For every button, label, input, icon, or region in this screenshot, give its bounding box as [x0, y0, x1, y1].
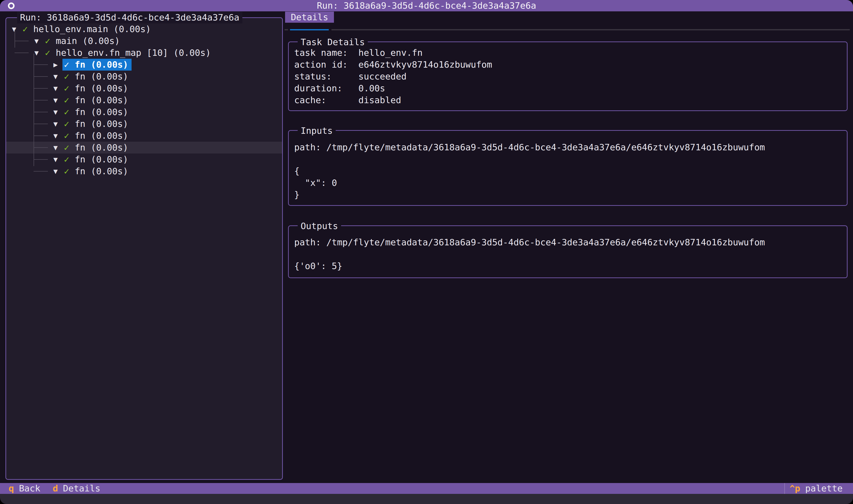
tree-row-label: fn (0.00s) — [75, 95, 128, 105]
tree-row[interactable]: ▼ ✓hello_env.main (0.00s) — [6, 23, 282, 35]
success-check-icon: ✓ — [64, 107, 69, 117]
tree-row-label: hello_env.fn_map [10] (0.00s) — [56, 48, 211, 58]
field-label: cache: — [294, 94, 358, 106]
expand-arrow-icon[interactable]: ▼ — [34, 35, 39, 47]
inputs-line: path: /tmp/flyte/metadata/3618a6a9-3d5d-… — [294, 141, 847, 153]
task-details-fields: task name:hello_env.fn action id:e646ztv… — [289, 42, 847, 106]
run-tree[interactable]: ▼ ✓hello_env.main (0.00s) ▼ ✓main (0.00s… — [6, 23, 282, 177]
outputs-box: Outputs path: /tmp/flyte/metadata/3618a6… — [288, 226, 848, 278]
key-hint: q — [8, 483, 14, 494]
tree-guide-line — [15, 30, 15, 48]
tree-row[interactable]: ▼ ✓fn (0.00s) — [6, 94, 282, 106]
tree-row[interactable]: ▼ ✓main (0.00s) — [6, 35, 282, 47]
tree-row-label: fn (0.00s) — [75, 119, 128, 129]
success-check-icon: ✓ — [22, 24, 28, 34]
titlebar: Run: 3618a6a9-3d5d-4d6c-bce4-3de3a4a37e6… — [0, 0, 853, 11]
tree-guide-stub — [34, 136, 48, 136]
outputs-content: path: /tmp/flyte/metadata/3618a6a9-3d5d-… — [289, 226, 847, 272]
expand-arrow-icon[interactable]: ▼ — [53, 142, 58, 154]
task-detail-row: task name:hello_env.fn — [294, 47, 847, 59]
tree-guide-stub — [34, 88, 48, 89]
tree-row[interactable]: ▼ ✓fn (0.00s) — [6, 106, 282, 118]
tree-guide-line — [34, 54, 34, 166]
success-check-icon: ✓ — [64, 154, 69, 164]
success-check-icon: ✓ — [64, 142, 69, 152]
tree-row[interactable]: ▶ ✓fn (0.00s) — [6, 59, 282, 71]
keybinding-palette[interactable]: ^ppalette — [790, 483, 842, 494]
task-detail-row: status:succeeded — [294, 71, 847, 83]
run-tree-panel-title: Run: 3618a6a9-3d5d-4d6c-bce4-3de3a4a37e6… — [17, 12, 242, 23]
expand-arrow-icon[interactable]: ▼ — [53, 118, 58, 130]
window-title: Run: 3618a6a9-3d5d-4d6c-bce4-3de3a4a37e6… — [317, 0, 536, 11]
expand-arrow-icon[interactable]: ▼ — [53, 94, 58, 106]
tree-guide-stub — [34, 159, 48, 160]
tree-row-label: main (0.00s) — [56, 36, 120, 46]
tree-row-body[interactable]: ✓fn (0.00s) — [62, 94, 131, 106]
success-check-icon: ✓ — [45, 36, 50, 46]
tree-row-label: fn (0.00s) — [75, 154, 128, 164]
tree-guide-stub — [34, 147, 48, 148]
expand-arrow-icon[interactable]: ▼ — [34, 47, 39, 59]
tree-row-label: fn (0.00s) — [75, 130, 128, 141]
tree-row[interactable]: ▼ ✓fn (0.00s) — [6, 71, 282, 83]
key-hint: ^p — [790, 483, 800, 494]
outputs-line: path: /tmp/flyte/metadata/3618a6a9-3d5d-… — [294, 236, 847, 248]
tree-row-label: fn (0.00s) — [75, 142, 128, 152]
tree-row-label: fn (0.00s) — [75, 71, 128, 82]
expand-arrow-icon[interactable]: ▼ — [53, 106, 58, 118]
expand-arrow-icon[interactable]: ▼ — [53, 165, 58, 177]
tree-row[interactable]: ▼ ✓fn (0.00s) — [6, 154, 282, 165]
tree-guide-stub — [15, 41, 29, 41]
tree-row[interactable]: ▼ ✓fn (0.00s) — [6, 165, 282, 177]
tree-row-body[interactable]: ✓fn (0.00s) — [62, 142, 131, 154]
field-label: task name: — [294, 47, 358, 59]
tree-row[interactable]: ▼ ✓fn (0.00s) — [6, 142, 282, 154]
tree-row-body[interactable]: ✓fn (0.00s) — [62, 118, 131, 130]
field-label: duration: — [294, 83, 358, 94]
inputs-line: } — [294, 189, 847, 201]
task-detail-row: action id:e646ztvkyv8714o16zbuwufom — [294, 59, 847, 71]
outputs-line: {'o0': 5} — [294, 260, 847, 272]
tree-row-body[interactable]: ✓fn (0.00s) — [62, 130, 131, 142]
expand-arrow-icon[interactable]: ▼ — [53, 130, 58, 142]
expand-arrow-icon[interactable]: ▶ — [53, 59, 58, 71]
tree-row-body[interactable]: ✓hello_env.fn_map [10] (0.00s) — [43, 47, 214, 59]
inputs-box: Inputs path: /tmp/flyte/metadata/3618a6a… — [288, 130, 848, 206]
field-value: 0.00s — [358, 83, 385, 93]
keybinding[interactable]: dDetails — [53, 483, 100, 494]
inputs-box-title: Inputs — [298, 125, 336, 137]
tree-row-body[interactable]: ✓fn (0.00s) — [62, 165, 131, 177]
tree-row-body[interactable]: ✓main (0.00s) — [43, 35, 123, 47]
tree-row[interactable]: ▼ ✓fn (0.00s) — [6, 118, 282, 130]
tabline-segment — [285, 29, 288, 30]
tree-row-body[interactable]: ✓fn (0.00s) — [62, 83, 131, 94]
tree-row-body[interactable]: ✓fn (0.00s) — [62, 154, 131, 165]
tree-guide-stub — [15, 53, 29, 53]
tree-row[interactable]: ▼ ✓fn (0.00s) — [6, 83, 282, 94]
tree-row-body[interactable]: ✓fn (0.00s) — [62, 71, 131, 83]
expand-arrow-icon[interactable]: ▼ — [11, 23, 17, 35]
tree-row[interactable]: ▼ ✓hello_env.fn_map [10] (0.00s) — [6, 47, 282, 59]
tree-row-body[interactable]: ✓fn (0.00s) — [62, 106, 131, 118]
task-details-box-title: Task Details — [298, 36, 368, 48]
expand-arrow-icon[interactable]: ▼ — [53, 154, 58, 165]
field-value: disabled — [358, 95, 401, 105]
expand-arrow-icon[interactable]: ▼ — [53, 83, 58, 94]
record-circle-icon — [8, 2, 15, 9]
tree-row-body[interactable]: ✓hello_env.main (0.00s) — [21, 23, 155, 35]
success-check-icon: ✓ — [64, 166, 69, 176]
success-check-icon: ✓ — [64, 59, 69, 70]
footer-separator — [784, 483, 785, 494]
tree-row-body[interactable]: ✓fn (0.00s) — [62, 59, 131, 71]
task-detail-row: duration:0.00s — [294, 83, 847, 94]
expand-arrow-icon[interactable]: ▼ — [53, 71, 58, 83]
tree-row-label: fn (0.00s) — [75, 166, 128, 176]
tab-details[interactable]: Details — [285, 12, 334, 23]
success-check-icon: ✓ — [64, 71, 69, 82]
keybinding[interactable]: qBack — [8, 483, 40, 494]
success-check-icon: ✓ — [64, 95, 69, 105]
tree-row[interactable]: ▼ ✓fn (0.00s) — [6, 130, 282, 142]
tab-active-underline — [290, 29, 329, 30]
field-label: action id: — [294, 59, 358, 71]
tree-row-label: fn (0.00s) — [75, 83, 128, 93]
